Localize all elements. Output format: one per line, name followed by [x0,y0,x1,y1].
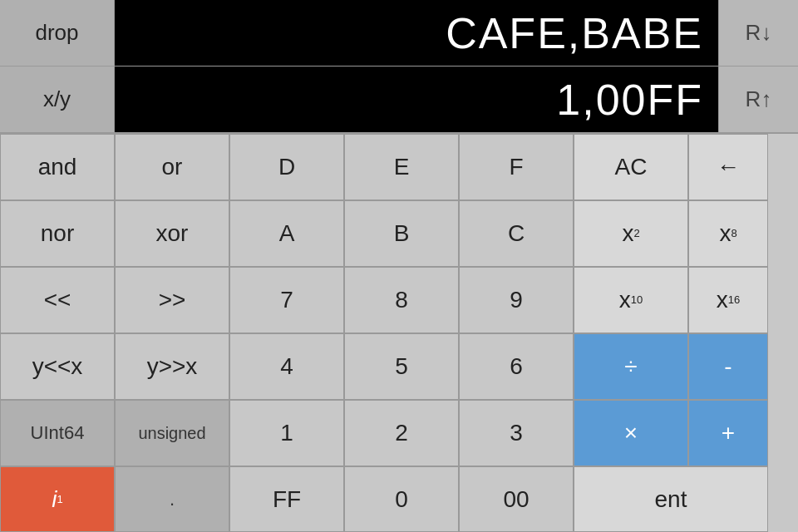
btn-yleftshiftx[interactable]: y<<x [0,333,115,400]
btn-lshift[interactable]: << [0,267,115,333]
btn-E[interactable]: E [344,134,459,200]
btn-1[interactable]: 1 [229,400,344,466]
btn-9[interactable]: 9 [459,267,574,333]
btn-uint64[interactable]: UInt64 [0,400,115,466]
btn-AC[interactable]: AC [574,134,688,200]
display-row-2: x/y 1,00FF R↑ [0,66,798,133]
btn-A[interactable]: A [229,200,344,267]
btn-xor[interactable]: xor [115,200,229,267]
btn-x10[interactable]: x10 [574,267,688,333]
btn-add[interactable]: + [688,400,768,466]
display-area: drop CAFE,BABE R↓ x/y 1,00FF R↑ [0,0,798,133]
btn-i[interactable]: i1 [0,466,115,532]
btn-backspace[interactable]: ← [688,134,768,200]
display-right-2[interactable]: R↑ [718,66,798,132]
btn-8[interactable]: 8 [344,267,459,333]
btn-dot[interactable]: . [115,466,229,532]
btn-unsigned[interactable]: unsigned [115,400,229,466]
btn-F[interactable]: F [459,134,574,200]
btn-3[interactable]: 3 [459,400,574,466]
display-label-drop: drop [0,0,115,66]
btn-7[interactable]: 7 [229,267,344,333]
btn-2[interactable]: 2 [344,400,459,466]
btn-FF[interactable]: FF [229,466,344,532]
btn-0[interactable]: 0 [344,466,459,532]
btn-nor[interactable]: nor [0,200,115,267]
btn-4[interactable]: 4 [229,333,344,400]
btn-5[interactable]: 5 [344,333,459,400]
btn-x2[interactable]: x2 [574,200,688,267]
display-row-1: drop CAFE,BABE R↓ [0,0,798,66]
display-screen-2: 1,00FF [115,66,718,132]
btn-6[interactable]: 6 [459,333,574,400]
btn-C[interactable]: C [459,200,574,267]
btn-subtract[interactable]: - [688,333,768,400]
btn-or[interactable]: or [115,134,229,200]
btn-B[interactable]: B [344,200,459,267]
btn-00[interactable]: 00 [459,466,574,532]
btn-D[interactable]: D [229,134,344,200]
calculator: drop CAFE,BABE R↓ x/y 1,00FF R↑ and or D… [0,0,798,532]
display-label-xy: x/y [0,66,115,132]
display-screen-1: CAFE,BABE [115,0,718,66]
button-grid: and or D E F AC ← nor xor A B C x2 x8 <<… [0,133,798,532]
btn-rshift[interactable]: >> [115,267,229,333]
btn-x16[interactable]: x16 [688,267,768,333]
btn-and[interactable]: and [0,134,115,200]
btn-enter[interactable]: ent [574,466,768,532]
btn-divide[interactable]: ÷ [574,333,688,400]
btn-x8[interactable]: x8 [688,200,768,267]
btn-yrightshiftx[interactable]: y>>x [115,333,229,400]
btn-multiply[interactable]: × [574,400,688,466]
display-right-1[interactable]: R↓ [718,0,798,66]
